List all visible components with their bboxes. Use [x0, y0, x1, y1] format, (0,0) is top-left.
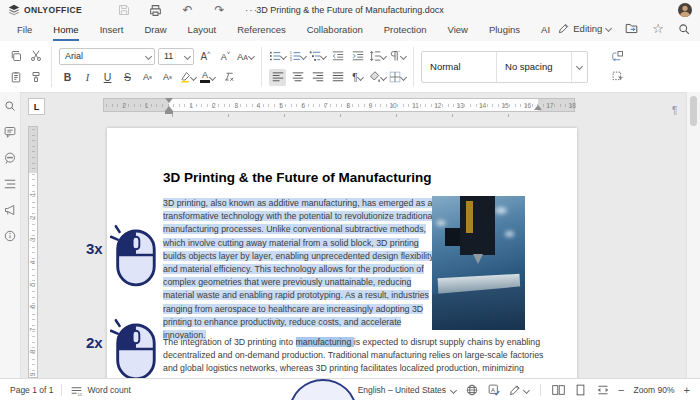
change-case-icon[interactable]: AA [237, 48, 254, 65]
v-ruler[interactable]: 123456789 [28, 126, 38, 378]
more-actions-icon[interactable]: ··· [244, 3, 259, 18]
multilevel-list-icon[interactable] [309, 48, 326, 65]
style-no-spacing[interactable]: No spacing [497, 52, 572, 82]
comments-icon[interactable] [4, 126, 16, 138]
font-size-value: 11 [164, 51, 173, 61]
select-all-icon[interactable] [609, 69, 626, 86]
onlyoffice-logo-icon [8, 4, 20, 16]
document-heading: 3D Printing & the Future of Manufacturin… [163, 170, 563, 185]
editing-mode-label: Editing [573, 23, 602, 34]
borders-icon[interactable] [389, 69, 406, 86]
shading-icon[interactable] [369, 69, 386, 86]
bold-button[interactable]: B [59, 69, 76, 86]
default-tab-stops [172, 114, 552, 117]
clear-formatting-icon[interactable] [219, 69, 236, 86]
redo-icon[interactable]: ↷ [212, 3, 227, 18]
open-file-location-icon[interactable] [625, 22, 638, 35]
printer-photo-image[interactable] [432, 196, 525, 330]
paragraph-mark-icon: ¶ [672, 105, 677, 116]
tab-insert[interactable]: Insert [100, 21, 124, 41]
favorite-star-icon[interactable]: ☆ [652, 22, 664, 35]
bullets-icon[interactable] [269, 48, 286, 65]
format-painter-icon[interactable] [27, 69, 44, 86]
double-click-mouse-icon [110, 318, 160, 382]
page-count[interactable]: Page 1 of 1 [10, 385, 53, 395]
sidebar-view-icon[interactable] [552, 384, 565, 397]
ruler-number: 4 [257, 102, 261, 109]
style-normal[interactable]: Normal [422, 52, 497, 82]
navigation-icon[interactable] [4, 178, 16, 190]
superscript-button[interactable]: As [139, 69, 156, 86]
word-count-label[interactable]: Word count [87, 385, 130, 395]
increase-font-icon[interactable]: A˄ [197, 48, 214, 65]
align-right-button[interactable] [309, 69, 326, 86]
ruler-number: 13 [457, 102, 464, 109]
paragraph-settings-icon[interactable] [389, 48, 406, 65]
underline-button[interactable]: U [99, 69, 116, 86]
cut-icon[interactable] [27, 48, 44, 65]
document-page[interactable]: 3D Printing & the Future of Manufacturin… [107, 128, 577, 400]
h-ruler[interactable]: 12123456789101112131415161718 [103, 98, 575, 112]
svg-text:3: 3 [290, 58, 292, 62]
replace-icon[interactable] [609, 48, 626, 65]
about-icon[interactable] [4, 230, 16, 242]
tab-draw[interactable]: Draw [144, 21, 166, 41]
save-icon[interactable] [116, 3, 131, 18]
left-indent-marker[interactable] [165, 106, 173, 114]
zoom-level[interactable]: Zoom 90% [633, 385, 674, 395]
copy-icon[interactable] [7, 48, 24, 65]
tab-layout[interactable]: Layout [188, 21, 217, 41]
zoom-out-button[interactable]: − [618, 384, 624, 396]
nonprinting-characters-icon[interactable]: ¶ [349, 69, 366, 86]
strikethrough-button[interactable]: S [119, 69, 136, 86]
fit-page-icon[interactable] [574, 384, 587, 397]
tab-collaboration[interactable]: Collaboration [307, 21, 363, 41]
tab-plugins[interactable]: Plugins [489, 21, 520, 41]
spellcheck-icon[interactable]: A [487, 384, 500, 397]
print-icon[interactable] [148, 3, 163, 18]
font-name-combo[interactable]: Arial [59, 48, 155, 65]
styles-expand-icon[interactable] [572, 52, 587, 82]
chat-icon[interactable] [4, 152, 16, 164]
ruler-number: 17 [546, 102, 553, 109]
tab-protection[interactable]: Protection [384, 21, 427, 41]
ruler-number: 2 [212, 102, 216, 109]
line-spacing-icon[interactable] [369, 48, 386, 65]
tab-ai[interactable]: AI [541, 21, 550, 41]
zoom-in-button[interactable]: + [684, 384, 690, 396]
search-icon[interactable] [678, 23, 690, 35]
right-indent-marker[interactable] [534, 105, 542, 110]
justify-button[interactable] [329, 69, 346, 86]
highlight-color-button[interactable] [179, 69, 196, 86]
vertical-scrollbar[interactable] [686, 92, 700, 378]
tab-references[interactable]: References [237, 21, 286, 41]
feedback-icon[interactable] [4, 204, 16, 216]
editing-mode-dropdown[interactable]: Editing [558, 23, 611, 34]
font-size-combo[interactable]: 11 [158, 48, 194, 65]
globe-icon[interactable] [465, 384, 478, 397]
undo-icon[interactable]: ↶ [180, 3, 195, 18]
subscript-button[interactable]: As [159, 69, 176, 86]
scrollbar-thumb[interactable] [690, 96, 697, 126]
tab-stop-selector[interactable]: L [28, 98, 45, 115]
ruler-number: 3 [29, 238, 36, 242]
increase-indent-icon[interactable] [349, 48, 366, 65]
align-left-button[interactable] [269, 69, 286, 86]
align-center-button[interactable] [289, 69, 306, 86]
tab-file[interactable]: File [17, 21, 32, 41]
italic-button[interactable]: I [79, 69, 96, 86]
font-color-button[interactable]: A [199, 69, 216, 86]
tab-view[interactable]: View [447, 21, 467, 41]
tab-home[interactable]: Home [53, 21, 78, 41]
paste-icon[interactable] [7, 69, 24, 86]
first-line-indent-marker[interactable] [165, 98, 173, 103]
language-selector[interactable]: English – United States [358, 385, 456, 395]
avatar[interactable] [678, 3, 692, 17]
fit-width-icon[interactable] [596, 384, 609, 397]
search-icon[interactable] [4, 100, 16, 112]
decrease-indent-icon[interactable] [329, 48, 346, 65]
track-changes-icon[interactable] [509, 384, 529, 396]
decrease-font-icon[interactable]: A˅ [217, 48, 234, 65]
numbering-icon[interactable]: 123 [289, 48, 306, 65]
paragraph-1[interactable]: 3D printing, also known as additive manu… [163, 197, 437, 342]
